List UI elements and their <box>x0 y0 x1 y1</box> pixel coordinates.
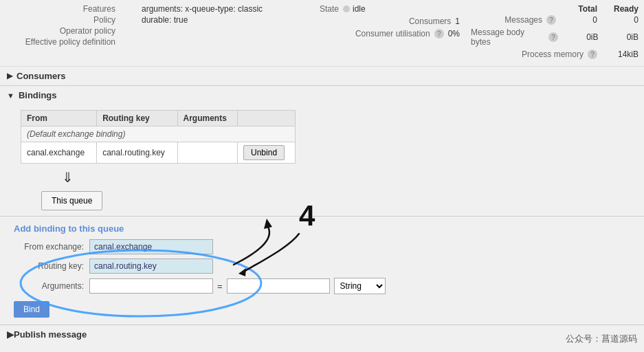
publish-section-header[interactable]: ▶ Publish message <box>0 324 644 344</box>
arguments-value-input[interactable] <box>227 278 330 294</box>
process-memory-value: 14kiB <box>597 50 639 59</box>
middle-stats-col: State idle Consumers 1 Consumer utilisat… <box>314 1 465 65</box>
consumers-title: Consumers <box>16 71 66 81</box>
bindings-title: Bindings <box>19 90 57 100</box>
messages-label: Messages <box>504 15 542 25</box>
routing-key-form-row: Routing key: <box>14 258 637 274</box>
features-label: Features <box>5 4 122 14</box>
from-exchange-label: From exchange: <box>14 242 89 252</box>
consumers-stat-row: Consumers 1 <box>320 16 460 26</box>
publish-arrow: ▶ <box>7 329 14 340</box>
messages-row: Messages ? 0 0 <box>471 15 639 25</box>
ready-header: Ready <box>597 4 639 14</box>
state-value: idle <box>353 4 366 14</box>
effective-policy-row: Effective policy definition <box>5 37 132 47</box>
process-memory-row: Process memory ? 14kiB <box>471 50 639 59</box>
from-header: From <box>21 111 97 126</box>
binding-from: canal.exchange <box>21 142 97 164</box>
arguments-key-input[interactable] <box>89 278 213 294</box>
default-exchange-row: (Default exchange binding) <box>21 126 296 142</box>
operator-policy-row: Operator policy <box>5 26 132 36</box>
features-row: Features <box>5 4 132 14</box>
bindings-table: From Routing key Arguments (Default exch… <box>21 110 296 164</box>
binding-arguments <box>177 142 238 164</box>
state-dot <box>343 6 350 12</box>
from-exchange-input[interactable] <box>89 239 213 254</box>
bindings-content: From Routing key Arguments (Default exch… <box>0 104 644 216</box>
features-values-col: arguments: x-queue-type: classic durable… <box>137 1 314 65</box>
total-ready-headers: Total Ready <box>471 4 639 14</box>
unbind-cell: Unbind <box>238 142 296 164</box>
routing-key-label: Routing key: <box>14 261 89 271</box>
process-memory-help-icon[interactable]: ? <box>588 50 597 59</box>
arguments-form-row: Arguments: = String Boolean Number List <box>14 278 637 294</box>
consumer-utilisation-label: Consumer utilisation <box>355 29 430 38</box>
top-header-row: Features Policy Operator policy Effectiv… <box>0 0 644 67</box>
arguments-header: Arguments <box>177 111 238 126</box>
state-label: State <box>320 4 339 14</box>
consumers-stat-value: 1 <box>455 16 460 26</box>
process-memory-label: Process memory <box>522 50 584 59</box>
consumer-utilisation-help-icon[interactable]: ? <box>434 29 444 38</box>
operator-policy-label: Operator policy <box>5 26 122 36</box>
message-body-bytes-total: 0iB <box>558 32 599 42</box>
left-info-col: Features Policy Operator policy Effectiv… <box>0 1 137 65</box>
watermark: 公众号：菖道源码 <box>566 333 637 345</box>
bind-button[interactable]: Bind <box>14 301 49 318</box>
bindings-section-header[interactable]: ▼ Bindings <box>0 85 644 104</box>
arguments-label: Arguments: <box>14 281 89 291</box>
bindings-arrow: ▼ <box>7 91 14 100</box>
binding-row: canal.exchange canal.routing.key Unbind <box>21 142 296 164</box>
features-args: arguments: x-queue-type: classic <box>142 4 310 14</box>
effective-policy-label: Effective policy definition <box>5 37 122 47</box>
message-body-bytes-ready: 0iB <box>598 32 639 42</box>
messages-help-icon[interactable]: ? <box>546 15 556 25</box>
arguments-type-select[interactable]: String Boolean Number List <box>334 278 386 294</box>
binding-routing-key: canal.routing.key <box>97 142 177 164</box>
state-row: State idle <box>320 4 460 14</box>
this-queue-button[interactable]: This queue <box>41 191 102 210</box>
total-header: Total <box>556 4 597 14</box>
publish-title: Publish message <box>14 329 87 340</box>
message-body-bytes-row: Message body bytes ? 0iB 0iB <box>471 28 639 47</box>
policy-label: Policy <box>5 15 122 25</box>
right-stats-col: Total Ready Messages ? 0 0 Message body … <box>465 1 644 65</box>
add-binding-section: Add binding to this queue From exchange:… <box>0 216 644 324</box>
action-header <box>238 111 296 126</box>
from-exchange-form-row: From exchange: <box>14 239 637 254</box>
consumers-section-header[interactable]: ▶ Consumers <box>0 67 644 85</box>
policy-row: Policy <box>5 15 132 25</box>
default-exchange-label: (Default exchange binding) <box>21 126 296 142</box>
equals-sign: = <box>217 281 223 292</box>
message-body-bytes-help-icon[interactable]: ? <box>548 32 558 42</box>
consumers-arrow: ▶ <box>7 72 12 80</box>
consumers-stat-label: Consumers <box>409 16 451 26</box>
routing-key-input[interactable] <box>89 258 213 274</box>
consumer-utilisation-value: 0% <box>448 29 460 38</box>
messages-total: 0 <box>556 15 597 25</box>
message-body-bytes-label: Message body bytes <box>471 28 544 47</box>
arrow-down: ⇓ <box>62 169 623 186</box>
consumer-utilisation-row: Consumer utilisation ? 0% <box>320 29 460 38</box>
features-durable: durable: true <box>142 15 310 25</box>
page: Features Policy Operator policy Effectiv… <box>0 0 644 352</box>
routing-key-header: Routing key <box>97 111 177 126</box>
messages-ready: 0 <box>597 15 639 25</box>
unbind-button[interactable]: Unbind <box>243 145 285 160</box>
add-binding-title: Add binding to this queue <box>14 223 637 234</box>
